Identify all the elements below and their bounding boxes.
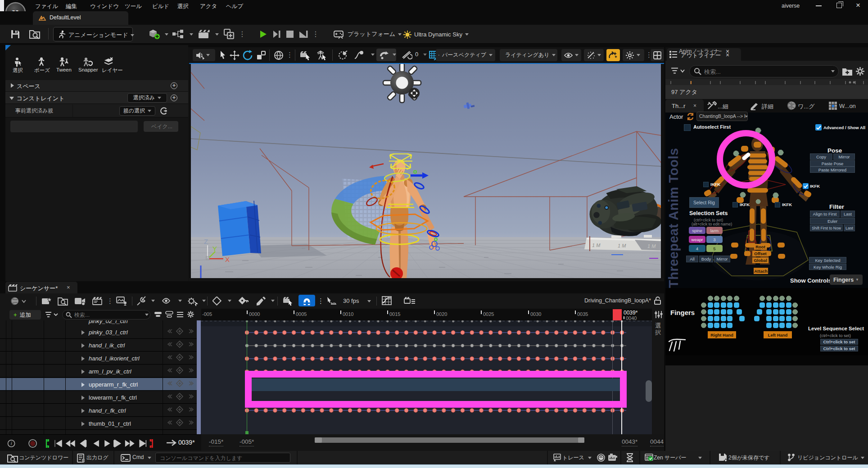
svg-text:i: i <box>11 441 12 446</box>
svg-text:1 M: 1 M <box>592 243 601 248</box>
svg-text:1 M: 1 M <box>647 243 656 249</box>
svg-text:Z: Z <box>204 238 208 245</box>
svg-text:Y: Y <box>212 245 217 252</box>
svg-text:1 M: 1 M <box>618 243 626 248</box>
svg-text:X: X <box>225 256 230 263</box>
